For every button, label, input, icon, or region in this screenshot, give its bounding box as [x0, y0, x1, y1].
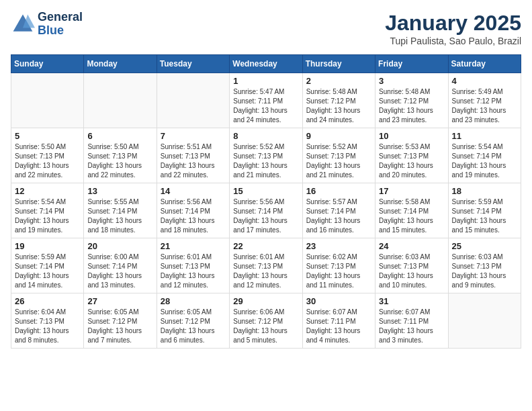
calendar-cell: 14Sunrise: 5:56 AM Sunset: 7:14 PM Dayli…	[157, 183, 229, 238]
day-number: 24	[379, 241, 444, 251]
day-number: 21	[161, 241, 226, 251]
day-number: 1	[233, 76, 298, 86]
day-number: 18	[452, 186, 517, 196]
calendar-cell: 21Sunrise: 6:01 AM Sunset: 7:13 PM Dayli…	[157, 238, 229, 293]
week-row-3: 12Sunrise: 5:54 AM Sunset: 7:14 PM Dayli…	[11, 183, 521, 238]
calendar-cell: 15Sunrise: 5:56 AM Sunset: 7:14 PM Dayli…	[230, 183, 302, 238]
day-info: Sunrise: 5:54 AM Sunset: 7:14 PM Dayligh…	[452, 142, 517, 180]
day-number: 27	[87, 296, 152, 306]
day-info: Sunrise: 6:07 AM Sunset: 7:11 PM Dayligh…	[379, 308, 444, 345]
logo: General Blue	[11, 11, 83, 38]
day-number: 10	[379, 131, 444, 141]
week-row-2: 5Sunrise: 5:50 AM Sunset: 7:13 PM Daylig…	[11, 128, 521, 183]
day-info: Sunrise: 6:01 AM Sunset: 7:13 PM Dayligh…	[233, 253, 298, 290]
day-number: 2	[306, 76, 371, 86]
day-info: Sunrise: 5:53 AM Sunset: 7:13 PM Dayligh…	[379, 142, 444, 180]
day-number: 25	[452, 241, 517, 251]
day-info: Sunrise: 5:58 AM Sunset: 7:14 PM Dayligh…	[379, 197, 444, 235]
day-info: Sunrise: 5:47 AM Sunset: 7:11 PM Dayligh…	[233, 87, 298, 125]
week-row-4: 19Sunrise: 5:59 AM Sunset: 7:14 PM Dayli…	[11, 238, 521, 293]
col-header-tuesday: Tuesday	[157, 55, 229, 73]
day-number: 29	[233, 296, 298, 306]
day-info: Sunrise: 6:06 AM Sunset: 7:12 PM Dayligh…	[233, 308, 298, 345]
calendar-cell: 4Sunrise: 5:49 AM Sunset: 7:12 PM Daylig…	[448, 73, 521, 128]
calendar-cell: 10Sunrise: 5:53 AM Sunset: 7:13 PM Dayli…	[375, 128, 448, 183]
day-info: Sunrise: 6:05 AM Sunset: 7:12 PM Dayligh…	[87, 308, 152, 345]
day-number: 15	[233, 186, 298, 196]
day-number: 28	[161, 296, 226, 306]
logo-icon	[11, 12, 35, 36]
calendar-cell	[448, 293, 521, 349]
day-info: Sunrise: 5:59 AM Sunset: 7:14 PM Dayligh…	[15, 253, 80, 290]
col-header-thursday: Thursday	[302, 55, 375, 73]
calendar-cell: 7Sunrise: 5:51 AM Sunset: 7:13 PM Daylig…	[157, 128, 229, 183]
col-header-wednesday: Wednesday	[230, 55, 302, 73]
day-info: Sunrise: 5:48 AM Sunset: 7:12 PM Dayligh…	[379, 87, 444, 125]
day-number: 9	[306, 131, 371, 141]
day-number: 12	[15, 186, 80, 196]
calendar-cell: 12Sunrise: 5:54 AM Sunset: 7:14 PM Dayli…	[11, 183, 84, 238]
calendar-cell: 19Sunrise: 5:59 AM Sunset: 7:14 PM Dayli…	[11, 238, 84, 293]
calendar-cell: 27Sunrise: 6:05 AM Sunset: 7:12 PM Dayli…	[84, 293, 157, 349]
calendar-cell: 22Sunrise: 6:01 AM Sunset: 7:13 PM Dayli…	[230, 238, 302, 293]
calendar-cell: 6Sunrise: 5:50 AM Sunset: 7:13 PM Daylig…	[84, 128, 157, 183]
day-info: Sunrise: 5:52 AM Sunset: 7:13 PM Dayligh…	[233, 142, 298, 180]
day-info: Sunrise: 6:04 AM Sunset: 7:13 PM Dayligh…	[15, 308, 80, 345]
calendar-cell	[84, 73, 157, 128]
day-info: Sunrise: 6:01 AM Sunset: 7:13 PM Dayligh…	[161, 253, 226, 290]
day-info: Sunrise: 5:51 AM Sunset: 7:13 PM Dayligh…	[161, 142, 226, 180]
day-info: Sunrise: 5:52 AM Sunset: 7:13 PM Dayligh…	[306, 142, 371, 180]
day-number: 16	[306, 186, 371, 196]
calendar-cell: 3Sunrise: 5:48 AM Sunset: 7:12 PM Daylig…	[375, 73, 448, 128]
day-number: 19	[15, 241, 80, 251]
calendar-cell: 25Sunrise: 6:03 AM Sunset: 7:13 PM Dayli…	[448, 238, 521, 293]
calendar-cell: 28Sunrise: 6:05 AM Sunset: 7:12 PM Dayli…	[157, 293, 229, 349]
day-info: Sunrise: 6:03 AM Sunset: 7:13 PM Dayligh…	[379, 253, 444, 290]
day-info: Sunrise: 5:59 AM Sunset: 7:14 PM Dayligh…	[452, 197, 517, 235]
day-info: Sunrise: 5:50 AM Sunset: 7:13 PM Dayligh…	[87, 142, 152, 180]
day-info: Sunrise: 5:56 AM Sunset: 7:14 PM Dayligh…	[233, 197, 298, 235]
day-info: Sunrise: 5:49 AM Sunset: 7:12 PM Dayligh…	[452, 87, 517, 125]
calendar-cell	[11, 73, 84, 128]
title-block: January 2025 Tupi Paulista, Sao Paulo, B…	[385, 11, 521, 46]
day-info: Sunrise: 6:02 AM Sunset: 7:13 PM Dayligh…	[306, 253, 371, 290]
calendar-cell: 23Sunrise: 6:02 AM Sunset: 7:13 PM Dayli…	[302, 238, 375, 293]
calendar-cell: 9Sunrise: 5:52 AM Sunset: 7:13 PM Daylig…	[302, 128, 375, 183]
day-number: 4	[452, 76, 517, 86]
calendar-cell: 8Sunrise: 5:52 AM Sunset: 7:13 PM Daylig…	[230, 128, 302, 183]
page-header: General Blue January 2025 Tupi Paulista,…	[11, 11, 521, 46]
day-number: 8	[233, 131, 298, 141]
day-info: Sunrise: 6:03 AM Sunset: 7:13 PM Dayligh…	[452, 253, 517, 290]
day-info: Sunrise: 5:48 AM Sunset: 7:12 PM Dayligh…	[306, 87, 371, 125]
calendar-header-row: SundayMondayTuesdayWednesdayThursdayFrid…	[11, 55, 521, 73]
day-number: 30	[306, 296, 371, 306]
calendar-cell: 13Sunrise: 5:55 AM Sunset: 7:14 PM Dayli…	[84, 183, 157, 238]
month-title: January 2025	[385, 11, 521, 36]
calendar-cell: 18Sunrise: 5:59 AM Sunset: 7:14 PM Dayli…	[448, 183, 521, 238]
location: Tupi Paulista, Sao Paulo, Brazil	[385, 36, 521, 46]
day-info: Sunrise: 6:00 AM Sunset: 7:14 PM Dayligh…	[87, 253, 152, 290]
col-header-saturday: Saturday	[448, 55, 521, 73]
calendar-cell: 30Sunrise: 6:07 AM Sunset: 7:11 PM Dayli…	[302, 293, 375, 349]
calendar-cell: 29Sunrise: 6:06 AM Sunset: 7:12 PM Dayli…	[230, 293, 302, 349]
day-info: Sunrise: 5:54 AM Sunset: 7:14 PM Dayligh…	[15, 197, 80, 235]
calendar-cell: 16Sunrise: 5:57 AM Sunset: 7:14 PM Dayli…	[302, 183, 375, 238]
col-header-sunday: Sunday	[11, 55, 84, 73]
calendar-cell: 11Sunrise: 5:54 AM Sunset: 7:14 PM Dayli…	[448, 128, 521, 183]
day-info: Sunrise: 5:57 AM Sunset: 7:14 PM Dayligh…	[306, 197, 371, 235]
day-number: 23	[306, 241, 371, 251]
day-info: Sunrise: 5:55 AM Sunset: 7:14 PM Dayligh…	[87, 197, 152, 235]
calendar-cell	[157, 73, 229, 128]
week-row-1: 1Sunrise: 5:47 AM Sunset: 7:11 PM Daylig…	[11, 73, 521, 128]
day-number: 26	[15, 296, 80, 306]
calendar-cell: 26Sunrise: 6:04 AM Sunset: 7:13 PM Dayli…	[11, 293, 84, 349]
day-number: 5	[15, 131, 80, 141]
day-number: 11	[452, 131, 517, 141]
calendar-cell: 1Sunrise: 5:47 AM Sunset: 7:11 PM Daylig…	[230, 73, 302, 128]
day-number: 17	[379, 186, 444, 196]
day-number: 22	[233, 241, 298, 251]
calendar-cell: 24Sunrise: 6:03 AM Sunset: 7:13 PM Dayli…	[375, 238, 448, 293]
calendar-table: SundayMondayTuesdayWednesdayThursdayFrid…	[11, 54, 521, 349]
day-info: Sunrise: 6:05 AM Sunset: 7:12 PM Dayligh…	[161, 308, 226, 345]
day-number: 3	[379, 76, 444, 86]
